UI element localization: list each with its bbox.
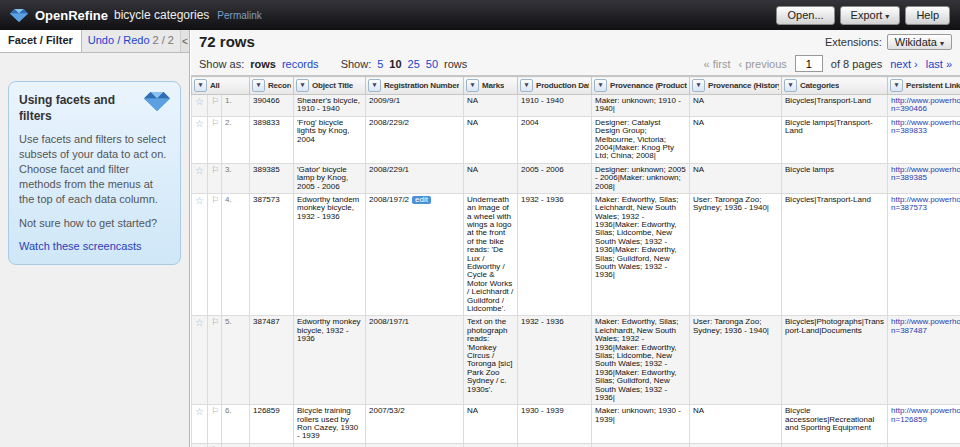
main-area: 72 rows Extensions: Wikidata▾ Show as: r… (191, 30, 960, 447)
show-as-label: Show as: (199, 58, 244, 70)
star-cell[interactable]: ☆ (192, 95, 208, 117)
column-header-categories[interactable]: ▾Categories (782, 77, 888, 95)
star-cell[interactable]: ☆ (192, 163, 208, 193)
data-table: ▾All ▾Record ID ▾Object Title ▾Registrat… (191, 76, 960, 447)
star-icon[interactable]: ☆ (195, 195, 204, 206)
flag-cell[interactable]: ⚐ (208, 95, 222, 117)
persistent-link[interactable]: http://www.powerho irn=126859 (891, 406, 960, 423)
column-dropdown-icon[interactable]: ▾ (252, 79, 265, 92)
pagination-last[interactable]: last » (926, 58, 952, 70)
column-header-provenance-production[interactable]: ▾Provenance (Production) (592, 77, 690, 95)
star-cell[interactable]: ☆ (192, 116, 208, 163)
column-dropdown-icon[interactable]: ▾ (692, 79, 705, 92)
flag-icon[interactable]: ⚐ (211, 406, 219, 416)
star-icon[interactable]: ☆ (195, 118, 204, 129)
persistent-link[interactable]: http://www.powerho irn=389833 (891, 118, 960, 135)
flag-icon[interactable]: ⚐ (211, 96, 219, 106)
table-row: ☆ ⚐ 3. 389385 'Gator' bicycle lamp by Kn… (192, 163, 960, 193)
page-size-option-50[interactable]: 50 (426, 58, 438, 70)
page-size-option-5[interactable]: 5 (377, 58, 383, 70)
column-label: Persistent Link (906, 81, 960, 90)
column-header-record-id[interactable]: ▾Record ID (250, 77, 294, 95)
sidebar-tab-bar: Facet / Filter Undo / Redo2 / 2 < (0, 30, 189, 53)
flag-cell[interactable]: ⚐ (208, 443, 222, 447)
page-size-option-10[interactable]: 10 (389, 58, 401, 70)
flag-icon[interactable]: ⚐ (211, 317, 219, 327)
help-button[interactable]: Help (905, 6, 950, 25)
flag-cell[interactable]: ⚐ (208, 163, 222, 193)
column-header-persistent-link[interactable]: ▾Persistent Link (888, 77, 960, 95)
persistent-link[interactable]: http://www.powerho irn=387487 (891, 317, 960, 334)
star-cell[interactable]: ☆ (192, 405, 208, 444)
star-icon[interactable]: ☆ (195, 406, 204, 417)
column-dropdown-icon[interactable]: ▾ (520, 79, 533, 92)
persistent-link[interactable]: http://www.powerho irn=387573 (891, 195, 960, 212)
column-label: Object Title (312, 81, 353, 90)
column-header-marks[interactable]: ▾Marks (464, 77, 518, 95)
column-header-all[interactable]: ▾All (192, 77, 250, 95)
page-input[interactable] (795, 55, 823, 72)
table-header-row: ▾All ▾Record ID ▾Object Title ▾Registrat… (192, 77, 960, 95)
cell-production-date: 1910 - 1940 (518, 95, 592, 117)
flag-icon[interactable]: ⚐ (211, 165, 219, 175)
star-icon[interactable]: ☆ (195, 165, 204, 176)
cell-provenance-history: NA (690, 163, 782, 193)
cell-production-date: 1929 - 1939 (518, 443, 592, 447)
tab-undo-redo[interactable]: Undo / Redo2 / 2 (82, 30, 180, 52)
star-cell[interactable]: ☆ (192, 316, 208, 405)
cell-object-title: Edworthy monkey bicycle, 1932 - 1936 (294, 316, 366, 405)
open-button[interactable]: Open... (776, 6, 834, 25)
column-dropdown-icon[interactable]: ▾ (594, 79, 607, 92)
flag-icon[interactable]: ⚐ (211, 195, 219, 205)
column-dropdown-icon[interactable]: ▾ (194, 79, 207, 92)
column-dropdown-icon[interactable]: ▾ (784, 79, 797, 92)
persistent-link[interactable]: http://www.powerho irn=390466 (891, 96, 960, 113)
flag-icon[interactable]: ⚐ (211, 118, 219, 128)
cell-object-title: 'Frog' bicycle lights by Knog, 2004 (294, 116, 366, 163)
cell-categories: Bicycle lamps|Transport-Land (782, 116, 888, 163)
registration-number-text: 2008/229/1 (369, 165, 409, 174)
column-header-registration-number[interactable]: ▾Registration Number (366, 77, 464, 95)
collapse-sidebar-button[interactable]: < (180, 30, 189, 52)
screencasts-link[interactable]: Watch these screencasts (19, 240, 141, 252)
pagination-first[interactable]: « first (704, 58, 731, 70)
export-button[interactable]: Export▾ (840, 6, 901, 25)
registration-number-text: 2008/197/2 (369, 195, 409, 204)
persistent-link[interactable]: http://www.powerho irn=389385 (891, 165, 960, 182)
flag-cell[interactable]: ⚐ (208, 405, 222, 444)
column-dropdown-icon[interactable]: ▾ (368, 79, 381, 92)
pagination-previous[interactable]: ‹ previous (739, 58, 787, 70)
page-size-option-25[interactable]: 25 (408, 58, 420, 70)
star-icon[interactable]: ☆ (195, 96, 204, 107)
cell-registration-number: 2007/53/2edit (366, 405, 464, 444)
column-header-object-title[interactable]: ▾Object Title (294, 77, 366, 95)
extensions-dropdown[interactable]: Wikidata▾ (887, 34, 952, 50)
row-number: 7. (222, 443, 250, 447)
column-header-provenance-history[interactable]: ▾Provenance (History) (690, 77, 782, 95)
openrefine-logo-diamond-icon[interactable] (10, 9, 28, 22)
flag-cell[interactable]: ⚐ (208, 116, 222, 163)
star-icon[interactable]: ☆ (195, 317, 204, 328)
star-cell[interactable]: ☆ (192, 193, 208, 315)
star-cell[interactable]: ☆ (192, 443, 208, 447)
cell-provenance-history: User: Taronga Zoo; Sydney; 1936 - 1940| (690, 193, 782, 315)
cell-provenance-production: Maker: Edworthy, Silas; Leichhardt, New … (592, 316, 690, 405)
flag-cell[interactable]: ⚐ (208, 316, 222, 405)
cell-persistent-link: http://www.powerho irn=387573 (888, 193, 960, 315)
tab-facet-filter[interactable]: Facet / Filter (0, 30, 82, 52)
pagination-next[interactable]: next › (890, 58, 918, 70)
column-dropdown-icon[interactable]: ▾ (890, 79, 903, 92)
permalink-link[interactable]: Permalink (217, 10, 261, 21)
table-body: ☆ ⚐ 1. 390466 Shearer's bicycle, 1910 - … (192, 95, 960, 447)
cell-provenance-history: NA (690, 405, 782, 444)
flag-cell[interactable]: ⚐ (208, 193, 222, 315)
show-as-rows-option[interactable]: rows (250, 58, 276, 70)
cell-provenance-history: NA (690, 95, 782, 117)
edit-badge[interactable]: edit (412, 196, 431, 204)
column-header-production-date[interactable]: ▾Production Date (518, 77, 592, 95)
column-dropdown-icon[interactable]: ▾ (466, 79, 479, 92)
show-as-records-option[interactable]: records (282, 58, 319, 70)
column-dropdown-icon[interactable]: ▾ (296, 79, 309, 92)
row-number: 5. (222, 316, 250, 405)
cell-marks: NA (464, 116, 518, 163)
